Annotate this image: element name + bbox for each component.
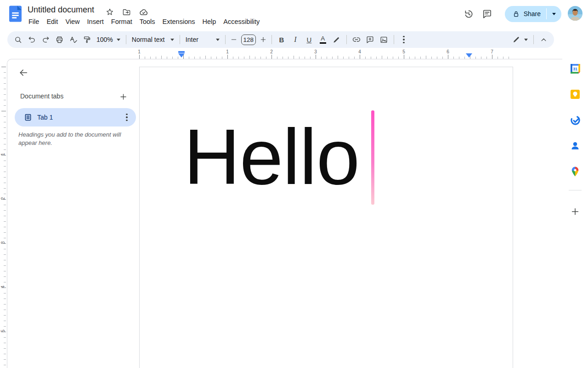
menu-bar: File Edit View Insert Format Tools Exten… bbox=[25, 17, 263, 27]
menu-insert[interactable]: Insert bbox=[84, 17, 107, 27]
tab-options-icon[interactable] bbox=[120, 111, 133, 124]
menu-extensions[interactable]: Extensions bbox=[159, 17, 199, 27]
left-indent-marker[interactable] bbox=[178, 51, 185, 53]
toolbar-divider bbox=[225, 35, 226, 44]
tab-document-icon bbox=[24, 113, 32, 121]
open-comments-icon[interactable] bbox=[478, 5, 497, 23]
insert-image-icon[interactable] bbox=[378, 33, 390, 46]
ruler-number: 4 bbox=[0, 284, 6, 290]
toolbar-divider bbox=[126, 35, 126, 44]
toolbar-divider bbox=[271, 35, 272, 44]
menu-accessibility[interactable]: Accessibility bbox=[220, 17, 263, 27]
first-line-indent-marker[interactable] bbox=[178, 53, 185, 58]
tab-item-tab1[interactable]: Tab 1 bbox=[15, 108, 136, 126]
google-docs-logo-icon[interactable] bbox=[9, 5, 22, 24]
undo-icon[interactable] bbox=[25, 33, 38, 46]
search-menus-icon[interactable] bbox=[11, 33, 24, 46]
toolbar-divider bbox=[533, 35, 534, 44]
ruler-number: 6 bbox=[445, 49, 451, 54]
text-color-button[interactable]: A bbox=[317, 33, 329, 46]
chevron-down-icon bbox=[524, 39, 528, 41]
bold-button[interactable]: B bbox=[275, 33, 288, 46]
paragraph-style-select[interactable]: Normal text bbox=[129, 33, 177, 46]
menu-edit[interactable]: Edit bbox=[43, 17, 62, 27]
version-history-icon[interactable] bbox=[460, 5, 478, 23]
zoom-value: 100% bbox=[96, 36, 113, 43]
font-value: Inter bbox=[186, 36, 212, 43]
menu-format[interactable]: Format bbox=[107, 17, 136, 27]
font-size-input[interactable]: 128 bbox=[241, 34, 256, 45]
outline-empty-hint: Headings you add to the document will ap… bbox=[18, 131, 127, 147]
underline-button[interactable]: U bbox=[303, 33, 316, 46]
menu-tools[interactable]: Tools bbox=[136, 17, 159, 27]
text-cursor bbox=[371, 110, 374, 205]
redo-icon[interactable] bbox=[39, 33, 52, 46]
ruler-number: 4 bbox=[357, 49, 362, 54]
insert-link-icon[interactable] bbox=[350, 33, 363, 46]
google-maps-icon[interactable] bbox=[569, 165, 582, 178]
chevron-down-icon bbox=[170, 39, 174, 41]
app-header: Untitled document File Edit View Insert … bbox=[0, 0, 588, 28]
star-icon[interactable] bbox=[105, 7, 115, 17]
google-keep-icon[interactable] bbox=[569, 88, 582, 101]
chevron-down-icon bbox=[117, 39, 120, 41]
ruler-number: 3 bbox=[0, 240, 6, 246]
menu-help[interactable]: Help bbox=[199, 17, 220, 27]
google-tasks-icon[interactable] bbox=[569, 114, 582, 126]
editing-mode-select[interactable] bbox=[509, 33, 531, 46]
font-select[interactable]: Inter bbox=[183, 33, 222, 46]
cloud-saved-icon[interactable] bbox=[138, 6, 149, 17]
share-button[interactable]: Share bbox=[505, 6, 546, 22]
ruler-number: 3 bbox=[313, 49, 318, 54]
ruler-ticks bbox=[139, 55, 514, 59]
toolbar-divider bbox=[394, 35, 394, 44]
horizontal-ruler: 1 1 2 3 4 5 6 7 bbox=[139, 50, 514, 59]
tab-label: Tab 1 bbox=[37, 114, 120, 121]
more-options-icon[interactable] bbox=[397, 33, 410, 46]
google-calendar-icon[interactable]: 31 bbox=[569, 62, 582, 75]
vertical-ruler: 1 2 3 4 5 bbox=[0, 59, 7, 368]
add-tab-icon[interactable] bbox=[116, 90, 130, 104]
document-text: Hello bbox=[184, 109, 359, 204]
text-color-swatch bbox=[320, 42, 326, 44]
toolbar: 100% Normal text Inter 128 B I U A bbox=[7, 31, 554, 48]
decrease-font-size-icon[interactable] bbox=[229, 33, 239, 46]
print-icon[interactable] bbox=[53, 33, 66, 46]
toolbar-divider bbox=[180, 35, 180, 44]
document-title[interactable]: Untitled document bbox=[28, 5, 94, 15]
svg-text:31: 31 bbox=[573, 67, 577, 71]
text-color-letter: A bbox=[321, 35, 325, 41]
zoom-select[interactable]: 100% bbox=[94, 33, 123, 46]
get-addons-icon[interactable] bbox=[569, 205, 582, 218]
increase-font-size-icon[interactable] bbox=[258, 33, 268, 46]
ruler-number: 1 bbox=[0, 151, 6, 158]
add-comment-icon[interactable] bbox=[364, 33, 377, 46]
pen-icon bbox=[512, 35, 520, 44]
close-tabs-panel-icon[interactable] bbox=[17, 66, 30, 80]
paragraph-style-value: Normal text bbox=[132, 36, 167, 43]
ruler-number: 1 bbox=[136, 49, 142, 54]
share-label: Share bbox=[524, 10, 541, 17]
italic-button[interactable]: I bbox=[289, 33, 302, 46]
move-folder-icon[interactable] bbox=[121, 7, 131, 17]
right-indent-marker[interactable] bbox=[466, 53, 472, 58]
toolbar-divider bbox=[346, 35, 347, 44]
ruler-ticks bbox=[1, 67, 6, 368]
share-dropdown-icon[interactable] bbox=[547, 6, 561, 22]
google-contacts-icon[interactable] bbox=[569, 139, 582, 152]
spelling-check-icon[interactable] bbox=[67, 33, 79, 46]
companion-side-panel: 31 bbox=[562, 28, 588, 368]
highlight-color-icon[interactable] bbox=[330, 33, 343, 46]
chevron-down-icon bbox=[216, 39, 220, 41]
ruler-number: 2 bbox=[269, 49, 274, 54]
menu-view[interactable]: View bbox=[62, 17, 83, 27]
tabs-panel-title: Document tabs bbox=[20, 92, 63, 100]
account-avatar[interactable] bbox=[568, 6, 582, 22]
ruler-number: 5 bbox=[401, 49, 407, 54]
menu-file[interactable]: File bbox=[25, 17, 43, 27]
hide-menus-icon[interactable] bbox=[537, 33, 550, 46]
ruler-number: 1 bbox=[225, 49, 230, 54]
share-button-group: Share bbox=[505, 6, 561, 22]
side-panel-divider bbox=[569, 190, 582, 190]
paint-format-icon[interactable] bbox=[80, 33, 93, 46]
